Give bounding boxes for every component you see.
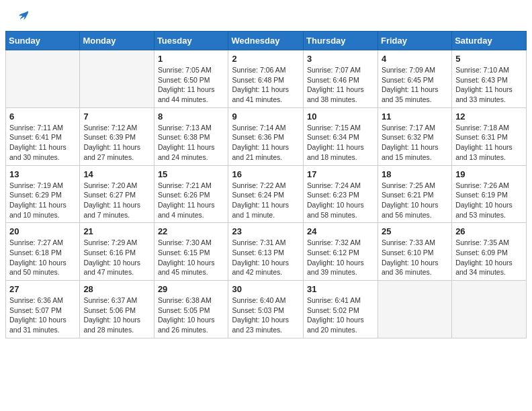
day-info: Sunrise: 7:15 AMSunset: 6:34 PMDaylight:…: [307, 123, 374, 163]
day-number: 24: [307, 226, 374, 236]
day-number: 25: [382, 226, 448, 236]
calendar-week-row: 20Sunrise: 7:27 AMSunset: 6:18 PMDayligh…: [6, 223, 527, 281]
calendar-day-cell: 11Sunrise: 7:17 AMSunset: 6:32 PMDayligh…: [378, 107, 451, 165]
calendar-day-cell: 2Sunrise: 7:06 AMSunset: 6:48 PMDaylight…: [228, 50, 304, 108]
calendar-day-cell: 21Sunrise: 7:29 AMSunset: 6:16 PMDayligh…: [80, 223, 154, 281]
calendar-day-cell: 20Sunrise: 7:27 AMSunset: 6:18 PMDayligh…: [6, 223, 80, 281]
day-of-week-header: Friday: [378, 32, 451, 50]
day-info: Sunrise: 7:21 AMSunset: 6:26 PMDaylight:…: [158, 181, 225, 220]
calendar-day-cell: 18Sunrise: 7:25 AMSunset: 6:21 PMDayligh…: [378, 165, 451, 223]
calendar-week-row: 27Sunrise: 6:36 AMSunset: 5:07 PMDayligh…: [6, 281, 527, 338]
calendar-day-cell: 1Sunrise: 7:05 AMSunset: 6:50 PMDaylight…: [154, 50, 228, 108]
calendar-wrapper: SundayMondayTuesdayWednesdayThursdayFrid…: [0, 31, 532, 344]
day-number: 31: [307, 284, 374, 294]
day-number: 17: [307, 169, 374, 179]
header: [0, 0, 532, 28]
day-number: 16: [232, 169, 300, 179]
calendar-day-cell: 17Sunrise: 7:24 AMSunset: 6:23 PMDayligh…: [304, 165, 378, 223]
day-info: Sunrise: 7:30 AMSunset: 6:15 PMDaylight:…: [158, 238, 225, 277]
day-of-week-header: Tuesday: [154, 32, 228, 50]
day-number: 12: [455, 111, 523, 122]
day-number: 1: [158, 54, 225, 64]
day-info: Sunrise: 7:22 AMSunset: 6:24 PMDaylight:…: [232, 181, 300, 220]
day-of-week-header: Wednesday: [228, 32, 304, 50]
day-number: 7: [83, 111, 150, 122]
day-info: Sunrise: 7:26 AMSunset: 6:19 PMDaylight:…: [455, 181, 523, 220]
day-number: 29: [158, 284, 225, 294]
calendar-day-cell: 27Sunrise: 6:36 AMSunset: 5:07 PMDayligh…: [6, 281, 80, 338]
day-info: Sunrise: 6:36 AMSunset: 5:07 PMDaylight:…: [9, 295, 76, 335]
calendar-day-cell: 24Sunrise: 7:32 AMSunset: 6:12 PMDayligh…: [304, 223, 378, 281]
calendar-day-cell: 30Sunrise: 6:40 AMSunset: 5:03 PMDayligh…: [228, 281, 304, 338]
calendar-day-cell: 28Sunrise: 6:37 AMSunset: 5:06 PMDayligh…: [80, 281, 154, 338]
day-number: 2: [232, 54, 300, 64]
day-number: 3: [307, 54, 374, 64]
day-info: Sunrise: 7:27 AMSunset: 6:18 PMDaylight:…: [9, 238, 76, 277]
calendar-day-cell: 26Sunrise: 7:35 AMSunset: 6:09 PMDayligh…: [452, 223, 527, 281]
day-info: Sunrise: 7:06 AMSunset: 6:48 PMDaylight:…: [232, 65, 300, 105]
day-number: 23: [232, 226, 300, 236]
day-number: 21: [83, 226, 150, 236]
day-info: Sunrise: 7:14 AMSunset: 6:36 PMDaylight:…: [232, 123, 300, 163]
day-number: 8: [158, 111, 225, 122]
day-info: Sunrise: 7:13 AMSunset: 6:38 PMDaylight:…: [158, 123, 225, 163]
day-number: 19: [455, 169, 523, 179]
day-of-week-header: Thursday: [304, 32, 378, 50]
day-info: Sunrise: 6:41 AMSunset: 5:02 PMDaylight:…: [307, 295, 374, 335]
calendar-day-cell: [80, 50, 154, 108]
logo: [16, 12, 30, 21]
calendar-day-cell: 31Sunrise: 6:41 AMSunset: 5:02 PMDayligh…: [304, 281, 378, 338]
day-number: 6: [9, 111, 76, 122]
day-info: Sunrise: 6:38 AMSunset: 5:05 PMDaylight:…: [158, 295, 225, 335]
calendar-day-cell: 15Sunrise: 7:21 AMSunset: 6:26 PMDayligh…: [154, 165, 228, 223]
calendar-day-cell: 29Sunrise: 6:38 AMSunset: 5:05 PMDayligh…: [154, 281, 228, 338]
calendar-day-cell: 3Sunrise: 7:07 AMSunset: 6:46 PMDaylight…: [304, 50, 378, 108]
day-info: Sunrise: 7:12 AMSunset: 6:39 PMDaylight:…: [83, 123, 150, 163]
calendar-day-cell: 25Sunrise: 7:33 AMSunset: 6:10 PMDayligh…: [378, 223, 451, 281]
day-number: 27: [9, 284, 76, 294]
calendar-day-cell: 19Sunrise: 7:26 AMSunset: 6:19 PMDayligh…: [452, 165, 527, 223]
day-info: Sunrise: 7:05 AMSunset: 6:50 PMDaylight:…: [158, 65, 225, 105]
day-number: 15: [158, 169, 225, 179]
day-info: Sunrise: 7:25 AMSunset: 6:21 PMDaylight:…: [382, 181, 448, 220]
calendar-day-cell: 22Sunrise: 7:30 AMSunset: 6:15 PMDayligh…: [154, 223, 228, 281]
calendar-day-cell: 7Sunrise: 7:12 AMSunset: 6:39 PMDaylight…: [80, 107, 154, 165]
calendar-week-row: 13Sunrise: 7:19 AMSunset: 6:29 PMDayligh…: [6, 165, 527, 223]
day-info: Sunrise: 7:19 AMSunset: 6:29 PMDaylight:…: [9, 181, 76, 220]
calendar-week-row: 1Sunrise: 7:05 AMSunset: 6:50 PMDaylight…: [6, 50, 527, 108]
day-info: Sunrise: 7:09 AMSunset: 6:45 PMDaylight:…: [382, 65, 448, 105]
day-number: 9: [232, 111, 300, 122]
day-info: Sunrise: 7:20 AMSunset: 6:27 PMDaylight:…: [83, 181, 150, 220]
day-info: Sunrise: 7:29 AMSunset: 6:16 PMDaylight:…: [83, 238, 150, 277]
day-number: 10: [307, 111, 374, 122]
day-number: 11: [382, 111, 448, 122]
day-info: Sunrise: 7:24 AMSunset: 6:23 PMDaylight:…: [307, 181, 374, 220]
logo-bird-icon: [17, 9, 30, 21]
calendar-day-cell: 16Sunrise: 7:22 AMSunset: 6:24 PMDayligh…: [228, 165, 304, 223]
day-number: 5: [455, 54, 523, 64]
day-number: 26: [455, 226, 523, 236]
day-info: Sunrise: 7:07 AMSunset: 6:46 PMDaylight:…: [307, 65, 374, 105]
day-number: 20: [9, 226, 76, 236]
day-number: 13: [9, 169, 76, 179]
calendar-day-cell: [452, 281, 527, 338]
day-of-week-header: Monday: [80, 32, 154, 50]
calendar-week-row: 6Sunrise: 7:11 AMSunset: 6:41 PMDaylight…: [6, 107, 527, 165]
day-of-week-header: Sunday: [6, 32, 80, 50]
day-number: 22: [158, 226, 225, 236]
calendar-day-cell: 14Sunrise: 7:20 AMSunset: 6:27 PMDayligh…: [80, 165, 154, 223]
calendar-day-cell: [6, 50, 80, 108]
page: SundayMondayTuesdayWednesdayThursdayFrid…: [0, 0, 532, 411]
day-info: Sunrise: 7:18 AMSunset: 6:31 PMDaylight:…: [455, 123, 523, 163]
day-info: Sunrise: 6:40 AMSunset: 5:03 PMDaylight:…: [232, 295, 300, 335]
calendar-day-cell: 10Sunrise: 7:15 AMSunset: 6:34 PMDayligh…: [304, 107, 378, 165]
day-info: Sunrise: 7:11 AMSunset: 6:41 PMDaylight:…: [9, 123, 76, 163]
day-number: 30: [232, 284, 300, 294]
calendar-table: SundayMondayTuesdayWednesdayThursdayFrid…: [5, 31, 527, 338]
day-info: Sunrise: 7:10 AMSunset: 6:43 PMDaylight:…: [455, 65, 523, 105]
day-info: Sunrise: 7:32 AMSunset: 6:12 PMDaylight:…: [307, 238, 374, 277]
calendar-day-cell: 8Sunrise: 7:13 AMSunset: 6:38 PMDaylight…: [154, 107, 228, 165]
calendar-day-cell: 9Sunrise: 7:14 AMSunset: 6:36 PMDaylight…: [228, 107, 304, 165]
day-info: Sunrise: 7:33 AMSunset: 6:10 PMDaylight:…: [382, 238, 448, 277]
calendar-day-cell: 6Sunrise: 7:11 AMSunset: 6:41 PMDaylight…: [6, 107, 80, 165]
